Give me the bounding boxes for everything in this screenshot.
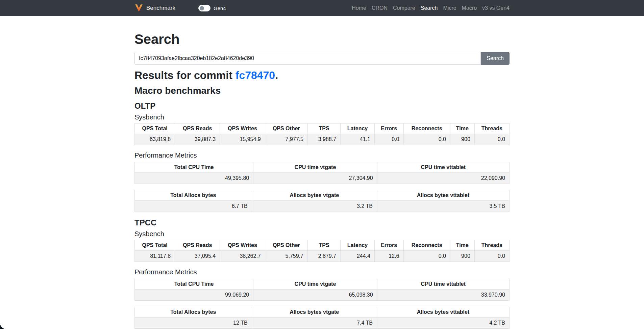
value-cell: 22,090.90 — [377, 172, 509, 184]
search-button[interactable]: Search — [481, 52, 510, 65]
oltp-cpu-table-header-row: Total CPU TimeCPU time vtgateCPU time vt… — [135, 162, 510, 172]
tpcc-performance-metrics-label: Performance Metrics — [134, 268, 510, 276]
column-header: QPS Reads — [175, 240, 220, 250]
brand-label: Benchmark — [146, 5, 175, 11]
value-cell: 41.1 — [341, 134, 375, 145]
nav-item-micro[interactable]: Micro — [441, 5, 459, 11]
nav-item-search[interactable]: Search — [418, 5, 441, 11]
column-header: Allocs bytes vtgate — [252, 190, 377, 200]
tpcc-sysbench-table: QPS TotalQPS ReadsQPS WritesQPS OtherTPS… — [134, 240, 510, 262]
value-cell: 33,970.90 — [377, 289, 509, 300]
oltp-sysbench-table: QPS TotalQPS ReadsQPS WritesQPS OtherTPS… — [134, 123, 510, 145]
column-header: Time — [450, 123, 474, 134]
value-cell: 12.6 — [374, 250, 403, 262]
column-header: CPU time vtgate — [253, 279, 377, 289]
column-header: Allocs bytes vttablet — [377, 190, 509, 200]
column-header: QPS Total — [135, 123, 175, 134]
oltp-cpu-table-value-row: 49,395.8027,304.9022,090.90 — [135, 172, 510, 184]
tpcc-allocs-table-value-row: 12 TB7.4 TB4.2 TB — [135, 317, 510, 328]
section-title-tpcc: TPCC — [134, 218, 510, 228]
value-cell: 38,262.7 — [220, 250, 265, 262]
value-cell: 0.0 — [474, 250, 509, 262]
value-cell: 900 — [450, 134, 474, 145]
value-cell: 0.0 — [474, 134, 509, 145]
column-header: CPU time vtgate — [253, 162, 377, 172]
tpcc-cpu-table: Total CPU TimeCPU time vtgateCPU time vt… — [134, 279, 510, 301]
value-cell: 37,095.4 — [175, 250, 220, 262]
column-header: Latency — [341, 240, 375, 250]
nav-items: HomeCRONCompareSearchMicroMacrov3 vs Gen… — [349, 5, 510, 11]
nav-item-compare[interactable]: Compare — [390, 5, 418, 11]
tpcc-cpu-table-value-row: 99,069.2065,098.3033,970.90 — [135, 289, 510, 300]
commit-link[interactable]: fc78470 — [236, 69, 275, 81]
tpcc-sysbench-label: Sysbench — [134, 230, 510, 238]
column-header: QPS Reads — [175, 123, 220, 134]
tpcc-cpu-table-header-row: Total CPU TimeCPU time vtgateCPU time vt… — [135, 279, 510, 289]
column-header: Errors — [374, 123, 403, 134]
value-cell: 4.2 TB — [377, 317, 509, 328]
oltp-allocs-table-value-row: 6.7 TB3.2 TB3.5 TB — [135, 200, 510, 212]
value-cell: 63,819.8 — [135, 134, 175, 145]
gen4-toggle[interactable] — [198, 5, 210, 11]
search-input[interactable] — [134, 52, 481, 65]
tpcc-sysbench-table-value-row: 81,117.837,095.438,262.75,759.72,879.724… — [135, 250, 510, 262]
value-cell: 7,977.5 — [265, 134, 307, 145]
nav-item-home[interactable]: Home — [349, 5, 369, 11]
value-cell: 99,069.20 — [135, 289, 253, 300]
value-cell: 81,117.8 — [135, 250, 175, 262]
main-content: Search Search Results for commit fc78470… — [129, 31, 515, 329]
value-cell: 12 TB — [135, 317, 252, 328]
column-header: TPS — [307, 123, 340, 134]
oltp-cpu-table: Total CPU TimeCPU time vtgateCPU time vt… — [134, 162, 510, 184]
column-header: QPS Writes — [220, 240, 265, 250]
value-cell: 3.5 TB — [377, 200, 509, 212]
column-header: Threads — [474, 240, 509, 250]
value-cell: 2,879.7 — [307, 250, 340, 262]
column-header: Reconnects — [403, 123, 450, 134]
value-cell: 15,954.9 — [220, 134, 265, 145]
column-header: Total CPU Time — [135, 162, 253, 172]
column-header: QPS Other — [265, 123, 307, 134]
column-header: Time — [450, 240, 474, 250]
column-header: Total Allocs bytes — [135, 190, 252, 200]
column-header: QPS Writes — [220, 123, 265, 134]
nav-item-cron[interactable]: CRON — [369, 5, 390, 11]
results-suffix: . — [275, 69, 278, 81]
tpcc-allocs-table-header-row: Total Allocs bytesAllocs bytes vtgateAll… — [135, 307, 510, 317]
macro-benchmarks-title: Macro benchmarks — [134, 85, 510, 97]
value-cell: 39,887.3 — [175, 134, 220, 145]
nav-item-v3-vs-gen4[interactable]: v3 vs Gen4 — [479, 5, 510, 11]
vitess-logo-icon — [134, 4, 143, 12]
oltp-allocs-table: Total Allocs bytesAllocs bytes vtgateAll… — [134, 190, 510, 212]
section-title-oltp: OLTP — [134, 101, 510, 111]
column-header: CPU time vttablet — [377, 279, 509, 289]
value-cell: 6.7 TB — [135, 200, 252, 212]
column-header: Total CPU Time — [135, 279, 253, 289]
navbar: Benchmark Gen4 HomeCRONCompareSearchMicr… — [0, 0, 644, 16]
column-header: Errors — [374, 240, 403, 250]
macro-sections: OLTPSysbenchQPS TotalQPS ReadsQPS Writes… — [134, 101, 510, 329]
tpcc-sysbench-table-header-row: QPS TotalQPS ReadsQPS WritesQPS OtherTPS… — [135, 240, 510, 250]
page-title: Search — [134, 31, 510, 47]
nav-item-macro[interactable]: Macro — [459, 5, 479, 11]
value-cell: 0.0 — [403, 134, 450, 145]
oltp-performance-metrics-label: Performance Metrics — [134, 151, 510, 159]
value-cell: 244.4 — [341, 250, 375, 262]
tpcc-allocs-table: Total Allocs bytesAllocs bytes vtgateAll… — [134, 307, 510, 329]
value-cell: 49,395.80 — [135, 172, 253, 184]
value-cell: 3.2 TB — [252, 200, 377, 212]
column-header: CPU time vttablet — [377, 162, 509, 172]
column-header: Total Allocs bytes — [135, 307, 252, 317]
column-header: QPS Total — [135, 240, 175, 250]
brand-link[interactable]: Benchmark — [134, 4, 175, 12]
oltp-sysbench-label: Sysbench — [134, 113, 510, 121]
toggle-knob — [200, 6, 204, 10]
value-cell: 7.4 TB — [252, 317, 377, 328]
value-cell: 65,098.30 — [253, 289, 377, 300]
column-header: Latency — [341, 123, 375, 134]
value-cell: 0.0 — [403, 250, 450, 262]
value-cell: 5,759.7 — [265, 250, 307, 262]
value-cell: 900 — [450, 250, 474, 262]
gen4-toggle-label: Gen4 — [214, 5, 226, 11]
value-cell: 3,988.7 — [307, 134, 340, 145]
